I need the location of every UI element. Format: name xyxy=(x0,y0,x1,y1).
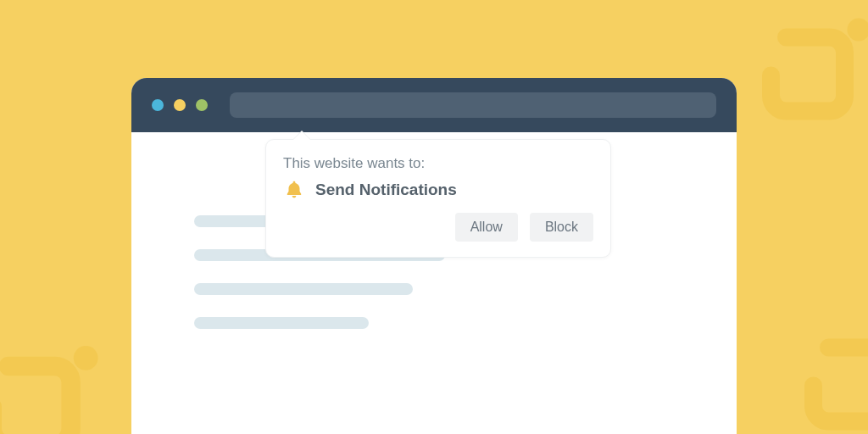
allow-button[interactable]: Allow xyxy=(455,213,518,242)
address-bar[interactable] xyxy=(230,92,716,118)
browser-window: This website wants to: Send Notification… xyxy=(131,78,737,434)
bg-shape xyxy=(797,322,868,434)
window-dot-minimize[interactable] xyxy=(174,99,186,111)
block-button[interactable]: Block xyxy=(530,213,593,242)
page-content: This website wants to: Send Notification… xyxy=(131,132,737,329)
bell-icon xyxy=(283,179,305,201)
bg-shape xyxy=(754,12,868,139)
browser-titlebar xyxy=(131,78,737,132)
window-dot-close[interactable] xyxy=(152,99,164,111)
popup-permission-label: Send Notifications xyxy=(315,181,457,199)
popup-title: This website wants to: xyxy=(283,155,593,172)
window-dot-zoom[interactable] xyxy=(196,99,208,111)
popup-actions: Allow Block xyxy=(283,213,593,242)
svg-point-1 xyxy=(848,19,869,42)
svg-point-0 xyxy=(74,346,98,370)
text-placeholder xyxy=(194,283,413,295)
text-placeholder xyxy=(194,317,369,329)
permission-popup: This website wants to: Send Notification… xyxy=(265,139,611,258)
bg-shape xyxy=(0,339,110,434)
